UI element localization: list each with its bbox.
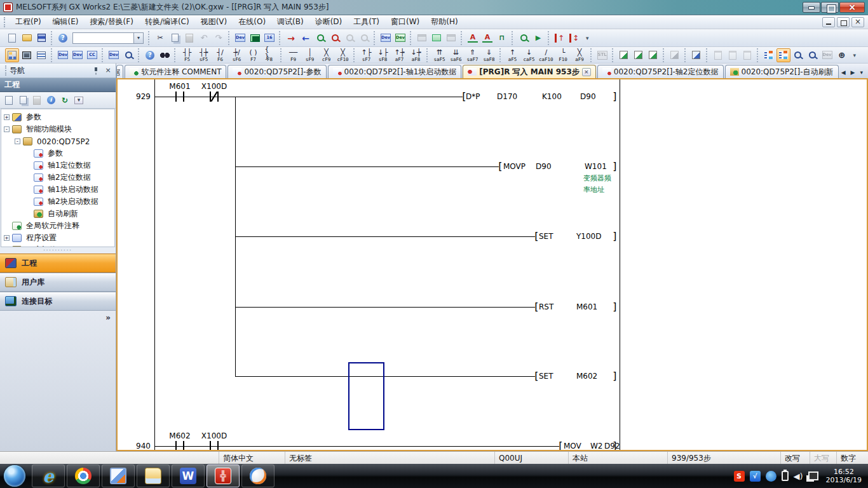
ladder-contact-bar[interactable] xyxy=(183,92,184,102)
nav-refresh-button[interactable]: ↻ xyxy=(58,93,72,107)
ladder-instruction[interactable]: D*P xyxy=(466,92,480,102)
paint-app-taskbar-button[interactable] xyxy=(241,464,275,487)
monitor-stop-button[interactable] xyxy=(328,31,342,45)
help-button[interactable]: ? xyxy=(56,31,70,45)
tab-3[interactable]: 0020:QD75P2[]-参数 xyxy=(227,65,326,78)
edit-rise-button[interactable] xyxy=(632,48,646,62)
tree-item-0[interactable]: +参数 xyxy=(1,111,114,123)
rising-pulse-branch-button[interactable]: ↑┾aF7 xyxy=(391,48,407,63)
panel-splitter[interactable]: ·········· xyxy=(0,247,116,254)
scan-time-low-button[interactable]: ↕ xyxy=(567,31,581,45)
child-minimize-button[interactable] xyxy=(822,17,835,27)
close-contact-button[interactable]: ┤/F6 xyxy=(212,48,228,63)
menu-item-7[interactable]: 诊断(D) xyxy=(309,15,348,29)
zoom-button[interactable]: ⊕ xyxy=(835,48,849,62)
chrome-taskbar-button[interactable] xyxy=(67,464,100,487)
ladder-contact-label[interactable]: X100D xyxy=(189,82,240,91)
nav-chevron[interactable]: » xyxy=(0,311,116,451)
ladder-contact-bar[interactable] xyxy=(210,441,211,451)
qq-protect-icon[interactable]: √ xyxy=(750,471,761,482)
open-contact-button[interactable]: ┤├F5 xyxy=(179,48,195,63)
tree-expand-icon[interactable]: + xyxy=(4,235,10,241)
ladder-instruction[interactable]: RST xyxy=(539,302,553,312)
toolbar-overflow-icon[interactable]: ▾ xyxy=(851,52,858,58)
device-hex-button[interactable]: 16 xyxy=(262,31,276,45)
window-switch-button[interactable] xyxy=(430,31,444,45)
navigation-window-button[interactable] xyxy=(5,48,19,62)
menu-item-6[interactable]: 调试(B) xyxy=(271,15,309,29)
network-icon[interactable] xyxy=(808,471,818,480)
tab-6[interactable]: 0020:QD75P2[]-轴2定位数据 xyxy=(597,65,724,78)
invert-operation-button[interactable]: ↑aF5 xyxy=(505,48,520,63)
menu-item-2[interactable]: 搜索/替换(F) xyxy=(85,15,139,29)
open-project-button[interactable] xyxy=(20,31,34,45)
falling-pulse-branch-button[interactable]: ↓┾aF8 xyxy=(408,48,424,63)
word-taskbar-button[interactable]: W xyxy=(172,464,205,487)
ladder-instruction[interactable]: SET xyxy=(539,231,553,241)
security-shield-icon[interactable] xyxy=(766,471,776,482)
menu-item-10[interactable]: 帮助(H) xyxy=(425,15,463,29)
menu-item-4[interactable]: 视图(V) xyxy=(195,15,233,29)
falling-pulse-button[interactable]: ↓├sF8 xyxy=(375,48,391,63)
rising-pulse-close-branch-button[interactable]: ⇑saF7 xyxy=(465,48,480,63)
pin-icon[interactable] xyxy=(91,66,101,75)
nav-sort-button[interactable]: ▾ xyxy=(72,93,86,107)
write-mode-button[interactable] xyxy=(806,48,820,62)
insert-row-button[interactable] xyxy=(689,48,703,62)
device-batch-button[interactable]: Dev xyxy=(71,48,85,62)
child-close-button[interactable] xyxy=(851,17,864,27)
tree-item-10[interactable]: +程序设置 xyxy=(1,232,114,244)
tab-scroll-1[interactable]: ▶ xyxy=(850,69,857,76)
nav-data-info-button[interactable]: i xyxy=(44,93,58,107)
scan-time-high-button[interactable]: ↑ xyxy=(553,31,567,45)
tab-4[interactable]: 0020:QD75P2[]-轴1块启动数据 xyxy=(328,65,462,78)
delete-line-button[interactable]: /caF10 xyxy=(538,48,555,63)
edit-ladder-button[interactable] xyxy=(617,48,631,62)
tree-expand-icon[interactable]: + xyxy=(4,114,10,120)
tree-item-3[interactable]: 参数 xyxy=(1,147,114,159)
menu-item-9[interactable]: 窗口(W) xyxy=(385,15,425,29)
help-2-button[interactable]: ? xyxy=(143,48,157,62)
ladder-contact-bar[interactable] xyxy=(175,92,177,102)
ladder-instruction[interactable]: D90 xyxy=(536,161,552,172)
read-mode-button[interactable] xyxy=(791,48,805,62)
tree-item-1[interactable]: -智能功能模块 xyxy=(1,123,114,135)
tree-expand-icon[interactable]: - xyxy=(4,126,10,132)
tab-1[interactable]: 0020:QD75P2[]-轴2块启动数据 xyxy=(116,65,123,78)
vertical-line-button[interactable]: │sF9 xyxy=(302,48,318,63)
internet-explorer-taskbar-button[interactable]: e xyxy=(32,464,65,487)
delete-horizontal-line-button[interactable]: ╳cF9 xyxy=(318,48,334,63)
device-tree-display-button[interactable] xyxy=(762,48,776,62)
menu-item-0[interactable]: 工程(P) xyxy=(10,15,47,29)
tree-item-6[interactable]: 轴1块启动数据 xyxy=(1,184,114,196)
coil-button[interactable]: ( )F7 xyxy=(245,48,261,63)
ladder-instruction[interactable]: M602 xyxy=(576,371,597,381)
tab-close-icon[interactable]: × xyxy=(582,68,591,76)
cut-button[interactable]: ✂ xyxy=(153,31,167,45)
nav-view-button-0[interactable]: 工程 xyxy=(0,254,116,273)
monitor-mode-button[interactable] xyxy=(776,48,790,62)
nav-view-button-1[interactable]: 用户库 xyxy=(0,273,116,292)
falling-pulse-close-button[interactable]: ⇊saF6 xyxy=(448,48,464,63)
convert-operation-button[interactable]: ↓caF5 xyxy=(521,48,537,63)
close-branch-button[interactable]: ┾/sF6 xyxy=(229,48,245,63)
ladder-instruction[interactable]: M601 xyxy=(576,302,597,312)
application-instruction-button[interactable]: { }F8 xyxy=(262,48,278,63)
open-branch-button[interactable]: ┤┾sF5 xyxy=(196,48,212,63)
device-display-button[interactable]: Dev xyxy=(107,48,121,62)
ladder-edit-cursor[interactable] xyxy=(348,362,384,430)
rising-pulse-button[interactable]: ↑├sF7 xyxy=(358,48,374,63)
output-window-button[interactable] xyxy=(34,48,48,62)
erase-line-button[interactable]: ╳aF9 xyxy=(572,48,588,63)
device-read-monitor-button[interactable]: Dev xyxy=(393,31,407,45)
nav-new-data-button[interactable] xyxy=(2,93,16,107)
device-find-button[interactable] xyxy=(121,48,135,62)
start-button[interactable] xyxy=(4,465,25,487)
tab-5[interactable]: [PRG]R 写入 MAIN 953步× xyxy=(463,65,595,78)
tree-item-7[interactable]: 轴2块启动数据 xyxy=(1,196,114,208)
delete-vertical-line-button[interactable]: ╳cF10 xyxy=(335,48,351,63)
taskbar-clock[interactable]: 16:52 2013/6/19 xyxy=(824,468,868,484)
menu-item-8[interactable]: 工具(T) xyxy=(348,15,385,29)
maximize-button[interactable] xyxy=(821,2,839,13)
watch-run-button[interactable]: ▶ xyxy=(531,31,545,45)
